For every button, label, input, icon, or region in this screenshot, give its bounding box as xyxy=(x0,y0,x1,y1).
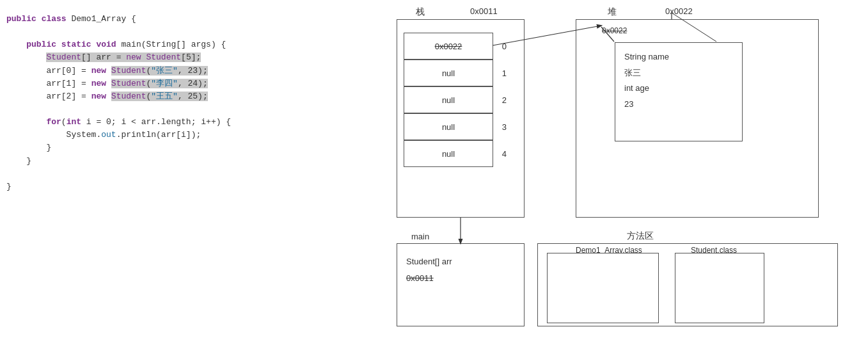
cell-index-4: 4 xyxy=(502,149,507,159)
main-frame-box: Student[] arr 0x0011 xyxy=(397,243,525,326)
heap-label: 堆 xyxy=(608,6,617,18)
main-frame-var: Student[] arr xyxy=(406,253,515,270)
student-field2-name: int age xyxy=(624,81,733,97)
student-field2-value: 23 xyxy=(624,97,733,113)
code-panel: public class Demo1_Array { public static… xyxy=(0,0,358,345)
array-cell-3: null 3 xyxy=(404,113,493,140)
main-frame-label: main xyxy=(411,232,429,241)
code-line: } xyxy=(6,181,352,193)
method-area-label: 方法区 xyxy=(627,230,654,242)
code-line: } xyxy=(6,155,352,168)
cell-value-1: null xyxy=(442,68,455,78)
cell-index-0: 0 xyxy=(502,42,507,51)
code-line: public class Demo1_Array { xyxy=(6,13,352,26)
cell-value-3: null xyxy=(442,122,455,132)
main-frame-content: Student[] arr 0x0011 xyxy=(397,244,524,296)
code-line: arr[1] = new Student("李四", 24); xyxy=(6,77,352,90)
code-line: public static void main(String[] args) { xyxy=(6,38,352,51)
code-line: arr[0] = new Student("张三", 23); xyxy=(6,65,352,77)
heap-box: 0x0022 String name 张三 int age 23 xyxy=(576,19,819,218)
code-line: } xyxy=(6,141,352,154)
heap-inner-addr: 0x0022 xyxy=(602,26,627,35)
student-class-box xyxy=(675,253,764,323)
code-line: Student[] arr = new Student[5]; xyxy=(6,51,352,64)
student-object-content: String name 张三 int age 23 xyxy=(615,43,742,119)
heap-address: 0x0022 xyxy=(665,6,693,16)
cell-value-4: null xyxy=(442,149,455,159)
main-frame-val: 0x0011 xyxy=(406,270,515,287)
array-cell-0: 0x0022 0 xyxy=(404,33,493,60)
code-line: System.out.println(arr[i]); xyxy=(6,129,352,141)
stack-address: 0x0011 xyxy=(470,6,498,16)
cell-index-3: 3 xyxy=(502,122,507,132)
stack-label: 栈 xyxy=(416,6,425,18)
array-cell-1: null 1 xyxy=(404,60,493,86)
code-line: for(int i = 0; i < arr.length; i++) { xyxy=(6,116,352,129)
demo1-array-class-box xyxy=(547,253,659,323)
student-field1-value: 张三 xyxy=(624,65,733,81)
cell-value-2: null xyxy=(442,95,455,105)
memory-diagram: 栈 0x0011 堆 0x0022 0x0022 0 null 1 null 2… xyxy=(358,0,868,345)
array-cell-4: null 4 xyxy=(404,140,493,167)
student-field1-name: String name xyxy=(624,49,733,65)
cell-index-1: 1 xyxy=(502,68,507,78)
code-line: arr[2] = new Student("王五", 25); xyxy=(6,90,352,103)
array-cell-2: null 2 xyxy=(404,86,493,113)
student-object-box: String name 张三 int age 23 xyxy=(615,42,743,141)
stack-box: 0x0022 0 null 1 null 2 null 3 null 4 xyxy=(397,19,525,218)
cell-value-0: 0x0022 xyxy=(435,42,462,51)
cell-index-2: 2 xyxy=(502,95,507,105)
